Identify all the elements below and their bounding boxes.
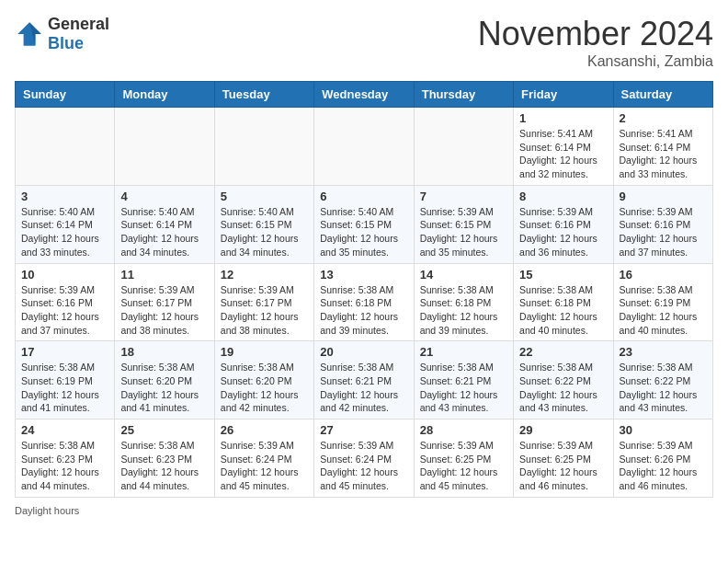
calendar-cell: 20Sunrise: 5:38 AMSunset: 6:21 PMDayligh… (314, 341, 414, 419)
day-info: Sunrise: 5:38 AMSunset: 6:21 PMDaylight:… (420, 361, 507, 415)
calendar-cell: 21Sunrise: 5:38 AMSunset: 6:21 PMDayligh… (414, 341, 513, 419)
calendar-cell: 5Sunrise: 5:40 AMSunset: 6:15 PMDaylight… (214, 185, 313, 263)
day-number: 6 (320, 190, 407, 203)
calendar-cell: 10Sunrise: 5:39 AMSunset: 6:16 PMDayligh… (16, 263, 115, 341)
day-number: 4 (120, 190, 208, 203)
day-number: 1 (519, 111, 607, 125)
day-info: Sunrise: 5:38 AMSunset: 6:23 PMDaylight:… (120, 439, 208, 493)
logo-icon (15, 19, 44, 49)
day-of-week-header: Wednesday (314, 82, 414, 108)
day-number: 28 (420, 423, 507, 437)
day-info: Sunrise: 5:41 AMSunset: 6:14 PMDaylight:… (519, 127, 607, 181)
day-number: 9 (620, 190, 707, 203)
calendar-cell: 17Sunrise: 5:38 AMSunset: 6:19 PMDayligh… (16, 341, 115, 419)
day-info: Sunrise: 5:39 AMSunset: 6:16 PMDaylight:… (620, 205, 707, 259)
calendar-cell: 19Sunrise: 5:38 AMSunset: 6:20 PMDayligh… (214, 341, 313, 419)
calendar-header-row: SundayMondayTuesdayWednesdayThursdayFrid… (16, 82, 713, 108)
calendar-cell (16, 108, 115, 186)
day-info: Sunrise: 5:38 AMSunset: 6:22 PMDaylight:… (620, 361, 707, 415)
calendar-cell: 18Sunrise: 5:38 AMSunset: 6:20 PMDayligh… (115, 341, 214, 419)
day-info: Sunrise: 5:38 AMSunset: 6:20 PMDaylight:… (221, 361, 308, 415)
calendar-cell: 15Sunrise: 5:38 AMSunset: 6:18 PMDayligh… (514, 263, 613, 341)
day-info: Sunrise: 5:40 AMSunset: 6:15 PMDaylight:… (221, 205, 308, 259)
calendar-cell (115, 108, 214, 186)
day-number: 2 (620, 111, 707, 125)
calendar-cell: 8Sunrise: 5:39 AMSunset: 6:16 PMDaylight… (514, 185, 613, 263)
calendar-cell: 9Sunrise: 5:39 AMSunset: 6:16 PMDaylight… (613, 185, 712, 263)
day-of-week-header: Friday (514, 82, 613, 108)
day-info: Sunrise: 5:38 AMSunset: 6:22 PMDaylight:… (519, 361, 607, 415)
day-number: 23 (620, 345, 707, 359)
day-of-week-header: Sunday (16, 82, 115, 108)
day-number: 19 (221, 345, 308, 359)
day-number: 18 (120, 345, 208, 359)
calendar-week-row: 24Sunrise: 5:38 AMSunset: 6:23 PMDayligh… (16, 419, 713, 498)
calendar-cell (414, 108, 513, 186)
calendar-cell (314, 108, 414, 186)
day-info: Sunrise: 5:38 AMSunset: 6:18 PMDaylight:… (320, 283, 407, 338)
calendar-cell: 7Sunrise: 5:39 AMSunset: 6:15 PMDaylight… (414, 185, 513, 263)
day-number: 29 (519, 423, 607, 437)
day-number: 12 (221, 268, 308, 282)
day-number: 13 (320, 268, 407, 282)
day-of-week-header: Monday (115, 82, 214, 108)
calendar-cell: 25Sunrise: 5:38 AMSunset: 6:23 PMDayligh… (115, 419, 214, 498)
day-info: Sunrise: 5:38 AMSunset: 6:20 PMDaylight:… (120, 361, 208, 415)
day-info: Sunrise: 5:40 AMSunset: 6:14 PMDaylight:… (120, 205, 208, 259)
day-info: Sunrise: 5:39 AMSunset: 6:16 PMDaylight:… (21, 283, 108, 338)
calendar-cell: 12Sunrise: 5:39 AMSunset: 6:17 PMDayligh… (214, 263, 313, 341)
location-title: Kansanshi, Zambia (478, 53, 713, 70)
calendar-cell: 11Sunrise: 5:39 AMSunset: 6:17 PMDayligh… (115, 263, 214, 341)
calendar-cell: 16Sunrise: 5:38 AMSunset: 6:19 PMDayligh… (613, 263, 712, 341)
calendar-cell: 14Sunrise: 5:38 AMSunset: 6:18 PMDayligh… (414, 263, 513, 341)
calendar-cell: 6Sunrise: 5:40 AMSunset: 6:15 PMDaylight… (314, 185, 414, 263)
day-info: Sunrise: 5:38 AMSunset: 6:23 PMDaylight:… (21, 439, 108, 493)
day-number: 26 (221, 423, 308, 437)
day-number: 7 (420, 190, 507, 203)
calendar-cell: 27Sunrise: 5:39 AMSunset: 6:24 PMDayligh… (314, 419, 414, 498)
calendar-cell: 2Sunrise: 5:41 AMSunset: 6:14 PMDaylight… (613, 108, 712, 186)
day-number: 20 (320, 345, 407, 359)
day-of-week-header: Thursday (414, 82, 513, 108)
day-number: 25 (120, 423, 208, 437)
calendar-cell: 1Sunrise: 5:41 AMSunset: 6:14 PMDaylight… (514, 108, 613, 186)
calendar-cell: 13Sunrise: 5:38 AMSunset: 6:18 PMDayligh… (314, 263, 414, 341)
day-info: Sunrise: 5:38 AMSunset: 6:19 PMDaylight:… (21, 361, 108, 415)
page-header: General Blue November 2024 Kansanshi, Za… (15, 15, 713, 70)
day-info: Sunrise: 5:40 AMSunset: 6:15 PMDaylight:… (320, 205, 407, 259)
day-number: 27 (320, 423, 407, 437)
calendar-cell: 23Sunrise: 5:38 AMSunset: 6:22 PMDayligh… (613, 341, 712, 419)
calendar-cell: 26Sunrise: 5:39 AMSunset: 6:24 PMDayligh… (214, 419, 313, 498)
day-info: Sunrise: 5:38 AMSunset: 6:18 PMDaylight:… (519, 283, 607, 338)
calendar-week-row: 3Sunrise: 5:40 AMSunset: 6:14 PMDaylight… (16, 185, 713, 263)
month-year-title: November 2024 (478, 15, 713, 53)
logo-general: General (48, 15, 109, 33)
title-block: November 2024 Kansanshi, Zambia (478, 15, 713, 70)
day-info: Sunrise: 5:39 AMSunset: 6:25 PMDaylight:… (519, 439, 607, 493)
calendar-week-row: 17Sunrise: 5:38 AMSunset: 6:19 PMDayligh… (16, 341, 713, 419)
day-info: Sunrise: 5:38 AMSunset: 6:19 PMDaylight:… (620, 283, 707, 338)
day-number: 17 (21, 345, 108, 359)
calendar-week-row: 10Sunrise: 5:39 AMSunset: 6:16 PMDayligh… (16, 263, 713, 341)
day-info: Sunrise: 5:39 AMSunset: 6:25 PMDaylight:… (420, 439, 507, 493)
calendar-table: SundayMondayTuesdayWednesdayThursdayFrid… (15, 81, 713, 498)
day-info: Sunrise: 5:38 AMSunset: 6:18 PMDaylight:… (420, 283, 507, 338)
calendar-cell: 22Sunrise: 5:38 AMSunset: 6:22 PMDayligh… (514, 341, 613, 419)
day-info: Sunrise: 5:40 AMSunset: 6:14 PMDaylight:… (21, 205, 108, 259)
day-number: 15 (519, 268, 607, 282)
day-info: Sunrise: 5:38 AMSunset: 6:21 PMDaylight:… (320, 361, 407, 415)
day-number: 10 (21, 268, 108, 282)
day-info: Sunrise: 5:39 AMSunset: 6:17 PMDaylight:… (221, 283, 308, 338)
calendar-week-row: 1Sunrise: 5:41 AMSunset: 6:14 PMDaylight… (16, 108, 713, 186)
footer-note: Daylight hours (15, 505, 713, 516)
day-number: 22 (519, 345, 607, 359)
calendar-cell: 30Sunrise: 5:39 AMSunset: 6:26 PMDayligh… (613, 419, 712, 498)
day-info: Sunrise: 5:39 AMSunset: 6:15 PMDaylight:… (420, 205, 507, 259)
day-info: Sunrise: 5:39 AMSunset: 6:24 PMDaylight:… (221, 439, 308, 493)
day-number: 14 (420, 268, 507, 282)
day-number: 21 (420, 345, 507, 359)
calendar-cell (214, 108, 313, 186)
day-number: 3 (21, 190, 108, 203)
day-info: Sunrise: 5:39 AMSunset: 6:17 PMDaylight:… (120, 283, 208, 338)
day-of-week-header: Saturday (613, 82, 712, 108)
